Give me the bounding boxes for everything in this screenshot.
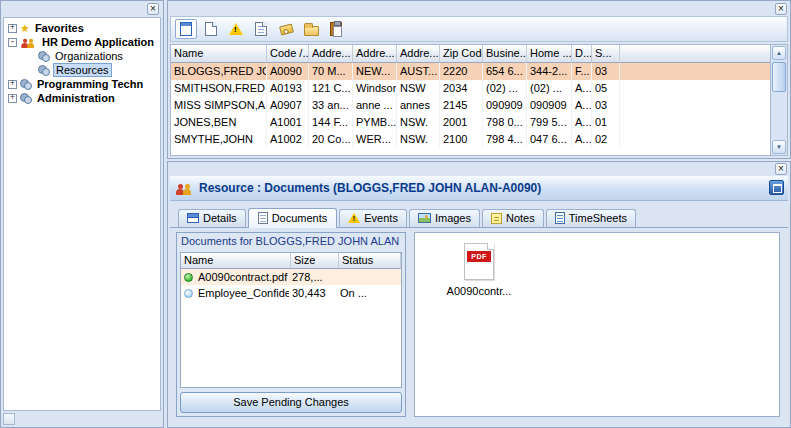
collapse-icon[interactable]: - bbox=[8, 38, 17, 47]
grid-cell: SMITHSON,FRED bbox=[171, 80, 267, 97]
document-name: Employee_Confide... bbox=[195, 287, 289, 299]
grid-cell: (02) ... bbox=[527, 80, 572, 97]
paste-button[interactable] bbox=[325, 19, 347, 39]
status-green-icon bbox=[184, 273, 193, 282]
grid-cell: AUST... bbox=[397, 63, 440, 80]
detail-title: Resource : Documents (BLOGGS,FRED JOHN A… bbox=[199, 181, 541, 195]
grid-row[interactable]: SMYTHE,JOHNA100220 Co...WER...NSW.210079… bbox=[171, 131, 770, 148]
document-row[interactable]: Employee_Confide...30,443On ... bbox=[181, 285, 401, 301]
grid-cell: A0907 bbox=[267, 97, 309, 114]
close-detail-panel-button[interactable]: × bbox=[775, 163, 787, 175]
new-record-icon bbox=[180, 22, 192, 36]
grid-cell: 344-2... bbox=[527, 63, 572, 80]
tree-item-hr-demo-application[interactable]: -HR Demo Application bbox=[4, 35, 160, 49]
grid-cell: 799 5... bbox=[527, 114, 572, 131]
grid-row[interactable]: BLOGGS,FRED JO...A009070 M...NEW...AUST.… bbox=[171, 63, 770, 80]
documents-list-header: NameSizeStatus bbox=[181, 253, 401, 269]
tab-images[interactable]: Images bbox=[409, 209, 480, 227]
tree-item-organizations[interactable]: Organizations bbox=[4, 49, 160, 63]
tree-item-administration[interactable]: +Administration bbox=[4, 91, 160, 105]
tree-item-label: Administration bbox=[35, 92, 117, 104]
grid-cell: A... bbox=[572, 97, 592, 114]
tab-timesheets[interactable]: TimeSheets bbox=[546, 209, 636, 227]
expand-icon[interactable]: + bbox=[8, 94, 17, 103]
grid-cell: 01 bbox=[592, 114, 620, 131]
save-pending-changes-button[interactable]: Save Pending Changes bbox=[180, 392, 402, 413]
grid-cell: NSW. bbox=[397, 114, 440, 131]
grid-cell: 2001 bbox=[440, 114, 483, 131]
grid-row[interactable]: MISS SIMPSON,A...A090733 an...anne ...an… bbox=[171, 97, 770, 114]
tree-item-label: Organizations bbox=[53, 50, 125, 62]
grid-vertical-scrollbar[interactable]: ▲ ▼ bbox=[770, 45, 787, 155]
resource-documents-panel: × Resource : Documents (BLOGGS,FRED JOHN… bbox=[167, 161, 791, 428]
scrollbar-thumb[interactable] bbox=[772, 62, 786, 92]
close-nav-panel-button[interactable]: × bbox=[147, 3, 159, 15]
documents-header-cell-name[interactable]: Name bbox=[181, 253, 291, 269]
gear-icon bbox=[38, 65, 50, 75]
grid-header-cell-s[interactable]: S... bbox=[592, 45, 620, 63]
grid-header-cell-addre[interactable]: Addre... bbox=[353, 45, 397, 63]
close-grid-panel-button[interactable]: × bbox=[775, 3, 787, 15]
document-preview-panel: PDF A0090contr... bbox=[414, 232, 780, 417]
pdf-file-icon: PDF bbox=[464, 243, 494, 280]
scroll-up-icon[interactable]: ▲ bbox=[772, 46, 786, 60]
expand-icon[interactable]: + bbox=[8, 24, 17, 33]
documents-header-cell-size[interactable]: Size bbox=[291, 253, 339, 269]
tree-item-label: Programming Techn bbox=[35, 78, 145, 90]
grid-cell: 798 4... bbox=[483, 131, 527, 148]
grid-body: BLOGGS,FRED JO...A009070 M...NEW...AUST.… bbox=[171, 63, 770, 155]
new-record-button[interactable] bbox=[175, 19, 197, 39]
documents-group-title: Documents for BLOGGS,FRED JOHN ALAN bbox=[177, 233, 405, 248]
warning-button[interactable]: ! bbox=[225, 19, 247, 39]
report-button[interactable] bbox=[250, 19, 272, 39]
star-icon: ★ bbox=[20, 23, 30, 34]
grid-header-cell-home[interactable]: Home ... bbox=[527, 45, 572, 63]
grid-row[interactable]: JONES,BENA1001144 F...PYMB...NSW.2001798… bbox=[171, 114, 770, 131]
tab-label: Images bbox=[435, 212, 471, 224]
grid-header-cell-name[interactable]: Name bbox=[171, 45, 267, 63]
gear-icon bbox=[20, 79, 32, 89]
grid-header-cell-busine[interactable]: Busine... bbox=[483, 45, 527, 63]
document-thumbnail[interactable]: PDF A0090contr... bbox=[439, 243, 519, 297]
navigation-panel: × +★Favorites-HR Demo ApplicationOrganiz… bbox=[0, 0, 164, 428]
grid-header-cell-d[interactable]: D... bbox=[572, 45, 592, 63]
document-status: On ... bbox=[337, 287, 401, 299]
nav-tree: +★Favorites-HR Demo ApplicationOrganizat… bbox=[3, 17, 161, 411]
tab-details[interactable]: Details bbox=[178, 209, 246, 227]
gear-icon bbox=[20, 93, 32, 103]
grid-header-cell-addre[interactable]: Addre... bbox=[309, 45, 353, 63]
tab-documents[interactable]: Documents bbox=[248, 208, 338, 228]
grid-cell: 090909 bbox=[483, 97, 527, 114]
grid-header-filler bbox=[620, 45, 770, 63]
tab-events[interactable]: !Events bbox=[339, 209, 407, 227]
grid-cell: anne ... bbox=[353, 97, 397, 114]
grid-cell: JONES,BEN bbox=[171, 114, 267, 131]
grid-header-row: NameCode /...Addre...Addre...Addre...Zip… bbox=[171, 45, 770, 63]
grid-cell: 121 C... bbox=[309, 80, 353, 97]
grid-header-cell-zip-code[interactable]: Zip Code bbox=[440, 45, 483, 63]
document-size: 30,443 bbox=[289, 287, 337, 299]
grid-row[interactable]: SMITHSON,FREDA0193121 C...WindsorNSW2034… bbox=[171, 80, 770, 97]
label-button[interactable] bbox=[275, 19, 297, 39]
grid-header-cell-addre[interactable]: Addre... bbox=[397, 45, 440, 63]
tree-item-resources[interactable]: Resources bbox=[4, 63, 160, 77]
grid-cell: 798 0... bbox=[483, 114, 527, 131]
documents-list: NameSizeStatus A0090contract.pdf278,...E… bbox=[180, 252, 402, 388]
grid-cell: 2100 bbox=[440, 131, 483, 148]
grid-cell: A1002 bbox=[267, 131, 309, 148]
nav-scroll-corner bbox=[3, 413, 15, 425]
scroll-down-icon[interactable]: ▼ bbox=[772, 140, 786, 154]
folder-button[interactable] bbox=[300, 19, 322, 39]
expand-icon[interactable]: + bbox=[8, 80, 17, 89]
tree-item-programming-techn[interactable]: +Programming Techn bbox=[4, 77, 160, 91]
maximize-button[interactable] bbox=[769, 180, 784, 195]
application-window: × +★Favorites-HR Demo ApplicationOrganiz… bbox=[0, 0, 791, 428]
grid-header-cell-code[interactable]: Code /... bbox=[267, 45, 309, 63]
document-row[interactable]: A0090contract.pdf278,... bbox=[181, 269, 401, 285]
tree-item-favorites[interactable]: +★Favorites bbox=[4, 21, 160, 35]
documents-header-cell-status[interactable]: Status bbox=[339, 253, 401, 269]
document-button[interactable] bbox=[200, 19, 222, 39]
grid-cell: A0090 bbox=[267, 63, 309, 80]
grid-cell: WER... bbox=[353, 131, 397, 148]
tab-notes[interactable]: Notes bbox=[482, 209, 544, 227]
